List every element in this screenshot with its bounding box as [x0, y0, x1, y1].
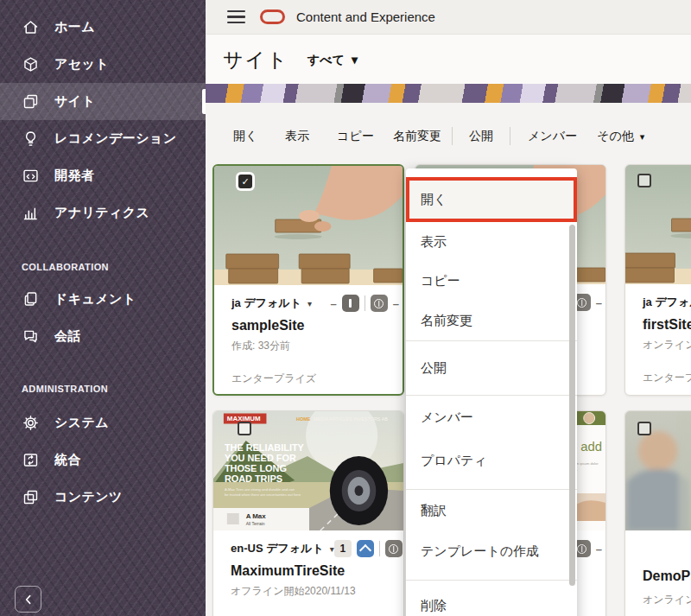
site-type-label: エンタープライズ: [231, 372, 316, 386]
page-title: サイト: [223, 47, 289, 73]
update-count-badge: [342, 295, 359, 312]
card-checkbox[interactable]: [238, 422, 251, 435]
toolbar-copy-button[interactable]: コピー: [337, 129, 374, 144]
action-toolbar: 開く 表示 コピー 名前変更 公開 メンバー その他▾: [206, 103, 691, 160]
section-label-administration: ADMINISTRATION: [22, 384, 108, 394]
site-card-samplesite[interactable]: ✓ ja デフォルト ▾ – – sampleSite 作成: 33分前 エンタ…: [212, 164, 404, 396]
update-count-badge: 1: [334, 540, 352, 557]
tire-body-line1: A-Max Tires are strong and durable and c…: [225, 487, 295, 492]
card-checkbox[interactable]: ✓: [238, 175, 252, 188]
filter-label: すべて: [307, 53, 345, 67]
language-label: ja デフォルト: [643, 295, 691, 310]
sidebar-item-sites[interactable]: サイト: [0, 83, 206, 120]
site-subtitle: オフライン開始2020/11/13: [231, 584, 356, 599]
card-checkbox[interactable]: [637, 422, 651, 435]
site-subtitle: 作成: 33分前: [231, 339, 290, 353]
sidebar-collapse-button[interactable]: [15, 586, 41, 613]
menu-item-translate[interactable]: 翻訳: [406, 490, 577, 531]
site-card-demopro[interactable]: DemoPro オンライン開始: [624, 410, 691, 616]
sidebar-item-developer[interactable]: 開発者: [0, 157, 206, 194]
toolbar-rename-button[interactable]: 名前変更: [393, 129, 441, 144]
chevron-down-icon: ▾: [352, 53, 358, 67]
green-site-add-text: add: [580, 439, 602, 454]
top-header: Content and Experience: [206, 0, 691, 35]
oracle-logo-icon: [260, 10, 285, 24]
cube-icon: [22, 55, 40, 73]
status-icons: 1 ✎: [334, 540, 404, 557]
tire-brand-sub: All Terrain: [246, 522, 265, 526]
tire-nav-links: MEDIA ARTICLES INVESTORS AB: [314, 416, 388, 422]
language-dropdown-row[interactable]: ja デフォルト ▾: [643, 293, 691, 312]
context-menu: 開く 表示 コピー 名前変更 公開 メンバー プロパティ 翻訳 テンプレートの作…: [406, 168, 577, 616]
sidebar-item-label: システム: [54, 415, 109, 431]
badge-divider: [379, 541, 380, 556]
toolbar-open-button[interactable]: 開く: [233, 129, 257, 144]
lightbulb-icon: [22, 130, 40, 148]
decorative-banner: [206, 84, 691, 103]
menu-divider: [406, 580, 577, 581]
site-type-label: エンタープライズ: [643, 371, 691, 385]
menu-item-members[interactable]: メンバー: [406, 396, 577, 439]
menu-item-rename[interactable]: 名前変更: [406, 301, 577, 340]
sidebar-item-home[interactable]: ホーム: [0, 9, 206, 46]
tire-headline-line4: ROAD TRIPS: [225, 473, 282, 484]
sidebar-item-integration[interactable]: 統合: [0, 441, 206, 479]
sidebar-item-analytics[interactable]: アナリティクス: [0, 194, 206, 232]
toolbar-members-button[interactable]: メンバー: [528, 129, 577, 144]
app-title: Content and Experience: [296, 10, 435, 24]
sidebar-item-assets[interactable]: アセット: [0, 46, 206, 83]
language-dropdown-row[interactable]: en-US デフォルト ▾ 1 ✎: [231, 539, 400, 558]
menu-item-view[interactable]: 表示: [406, 222, 577, 262]
stacked-pages-icon: [22, 488, 40, 506]
menu-item-open[interactable]: 開く: [406, 177, 577, 222]
dash-indicator: –: [331, 297, 337, 310]
sidebar-item-label: 開発者: [54, 168, 94, 184]
chevron-down-icon: ▾: [640, 131, 645, 142]
documents-icon: [22, 290, 40, 308]
site-card-maximumtiresite[interactable]: HOME MEDIA ARTICLES INVESTORS AB MAXIMUM…: [212, 410, 404, 616]
sidebar-item-label: ドキュメント: [54, 291, 136, 308]
title-bar: サイト すべて▾: [206, 35, 691, 84]
section-label-collaboration: COLLABORATION: [22, 262, 109, 272]
sidebar-item-documents[interactable]: ドキュメント: [0, 281, 206, 318]
sites-icon: [22, 92, 40, 111]
menu-item-delete[interactable]: 削除: [406, 584, 577, 616]
dash-indicator: –: [596, 543, 602, 556]
sidebar-item-conversations[interactable]: 会話: [0, 318, 206, 355]
integration-icon: [22, 451, 40, 469]
menu-item-properties[interactable]: プロパティ: [406, 439, 577, 482]
language-dropdown-row[interactable]: ja デフォルト ▾ – –: [231, 294, 399, 313]
toolbar-publish-button[interactable]: 公開: [469, 129, 493, 144]
sidebar-item-label: コンテンツ: [54, 489, 123, 505]
filter-dropdown[interactable]: すべて▾: [307, 53, 358, 68]
menu-scrollbar-thumb[interactable]: [569, 225, 575, 586]
site-card-firstsite[interactable]: ja デフォルト ▾ firstSite オンライン開始 エンタープライズ: [624, 164, 691, 396]
sidebar-item-recommendations[interactable]: レコメンデーション: [0, 120, 206, 157]
toolbar-more-dropdown[interactable]: その他▾: [597, 129, 644, 144]
site-title: MaximumTireSite: [231, 563, 345, 579]
sidebar-item-label: 統合: [54, 452, 81, 468]
card-checkbox[interactable]: [637, 174, 651, 187]
tire-nav-active: HOME: [296, 416, 311, 422]
toolbar-view-button[interactable]: 表示: [285, 129, 309, 144]
sidebar-item-content[interactable]: コンテンツ: [0, 479, 206, 516]
hamburger-menu-icon[interactable]: [227, 10, 245, 23]
tire-body-line2: be trusted when there are uncertainties …: [225, 492, 301, 497]
publish-up-icon[interactable]: [357, 540, 374, 557]
green-site-avatar: [584, 413, 595, 424]
language-label: ja デフォルト: [231, 295, 301, 311]
site-thumbnail: [625, 165, 691, 284]
sync-status-icon: [371, 295, 388, 312]
menu-item-create-template[interactable]: テンプレートの作成: [406, 531, 577, 571]
sidebar-item-system[interactable]: システム: [0, 404, 206, 441]
site-thumbnail: [625, 411, 691, 530]
check-icon: ✓: [241, 176, 249, 187]
site-title: DemoPro: [643, 568, 691, 584]
menu-item-copy[interactable]: コピー: [406, 262, 577, 301]
home-icon: [22, 18, 40, 36]
gear-icon: [22, 414, 40, 432]
language-label: en-US デフォルト: [231, 541, 324, 556]
chevron-left-icon: [22, 593, 35, 606]
tire-headline-line2: YOU NEED FOR: [225, 453, 296, 463]
menu-item-publish[interactable]: 公開: [406, 341, 577, 395]
